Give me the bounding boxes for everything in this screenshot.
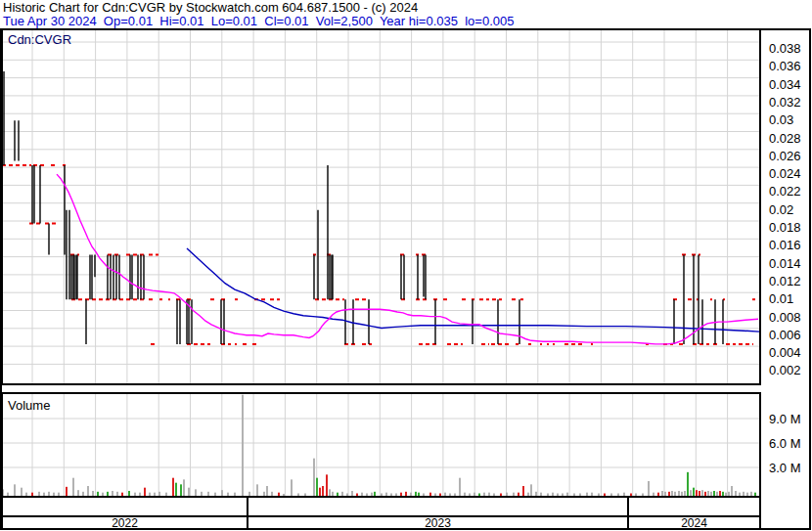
historic-price-chart: Cdn:CVGRVolume0.0380.0360.0340.0320.030.… — [0, 0, 812, 531]
volume-bar — [483, 493, 485, 496]
volume-bar — [165, 493, 167, 496]
volume-bar — [128, 491, 130, 496]
volume-bar — [449, 494, 451, 496]
volume-bar — [319, 488, 321, 496]
volume-bar — [750, 492, 752, 496]
volume-bar — [175, 483, 177, 496]
volume-bar — [566, 493, 568, 496]
chart-title: Historic Chart for Cdn:CVGR by Stockwatc… — [3, 1, 418, 15]
volume-bar — [530, 484, 532, 496]
volume-bar — [234, 493, 236, 496]
volume-bar — [390, 494, 392, 496]
volume-bar — [562, 494, 564, 496]
volume-bar — [522, 486, 524, 496]
volume-bar — [381, 494, 383, 496]
volume-bar — [291, 479, 293, 496]
price-axis-label: 0.034 — [769, 77, 801, 92]
volume-bar — [459, 478, 461, 496]
volume-bar — [731, 486, 733, 496]
price-axis-label: 0.024 — [769, 166, 801, 181]
volume-axis-label: 3.0 M — [769, 461, 801, 475]
volume-bar — [38, 492, 40, 496]
volume-bar — [598, 494, 600, 496]
volume-bar — [400, 493, 402, 496]
volume-bar — [385, 493, 387, 496]
volume-bar — [434, 494, 436, 496]
volume-bar — [221, 490, 223, 496]
price-axis-label: 0.036 — [769, 59, 801, 73]
price-axis-label: 0.002 — [769, 363, 801, 377]
volume-bar — [207, 492, 209, 496]
volume-bar — [678, 491, 680, 496]
volume-bar — [337, 493, 338, 496]
year-label: 2023 — [425, 516, 451, 530]
volume-bar — [696, 490, 698, 496]
volume-bar — [256, 484, 258, 496]
volume-bar — [746, 493, 748, 496]
volume-bar — [429, 493, 431, 496]
volume-bar — [664, 492, 666, 496]
volume-bar — [346, 494, 348, 496]
volume-bar — [617, 494, 619, 496]
volume-bar — [464, 493, 466, 496]
volume-bar — [478, 494, 480, 496]
quote-summary: Tue Apr 30 2024 Op=0.01 Hi=0.01 Lo=0.01 … — [3, 15, 514, 28]
volume-bar — [579, 494, 581, 496]
volume-bar — [687, 472, 689, 496]
volume-bar — [635, 494, 637, 496]
volume-bar — [573, 494, 575, 496]
volume-bar — [144, 488, 146, 496]
volume-bar — [322, 486, 324, 496]
volume-bar — [266, 486, 268, 496]
volume-bar — [674, 492, 676, 496]
volume-bar — [304, 494, 306, 496]
stock-chart-window: Historic Chart for Cdn:CVGR by Stockwatc… — [0, 0, 812, 531]
price-axis-label: 0.018 — [769, 220, 801, 235]
price-axis-label: 0.028 — [769, 131, 801, 146]
volume-bar — [248, 492, 250, 496]
price-axis-label: 0.016 — [769, 238, 801, 252]
volume-bar — [58, 493, 60, 496]
volume-bar — [351, 491, 353, 496]
volume-bar — [48, 492, 50, 496]
year-label: 2024 — [681, 516, 707, 530]
volume-bar — [418, 493, 420, 496]
volume-bar — [681, 492, 683, 496]
volume-bar — [242, 395, 244, 496]
volume-bar — [739, 493, 741, 496]
price-axis-label: 0.032 — [769, 95, 801, 110]
volume-bar — [25, 493, 27, 496]
volume-bar — [102, 493, 104, 496]
price-axis-label: 0.008 — [769, 310, 801, 325]
volume-axis-label: 9.0 M — [769, 412, 801, 426]
volume-bar — [371, 493, 373, 496]
volume-bar — [7, 493, 9, 496]
volume-bar — [671, 491, 673, 496]
volume-bar — [591, 493, 593, 496]
volume-bar — [183, 479, 185, 496]
volume-bar — [332, 492, 334, 496]
volume-bar — [728, 492, 730, 496]
volume-bar — [423, 494, 425, 496]
volume-bar — [92, 491, 94, 496]
volume-bar — [653, 493, 654, 496]
volume-bar — [690, 490, 692, 496]
year-label: 2022 — [112, 516, 138, 530]
volume-bar — [271, 492, 273, 496]
volume-bar — [201, 492, 203, 496]
volume-bar — [493, 494, 495, 496]
volume-bar — [474, 493, 475, 496]
volume-bar — [14, 484, 16, 496]
volume-bar — [107, 492, 109, 496]
volume-bar — [648, 481, 650, 496]
volume-bar — [500, 494, 502, 496]
volume-bar — [610, 494, 612, 496]
volume-bar — [43, 493, 45, 496]
volume-bar — [395, 494, 397, 496]
volume-bar — [72, 478, 74, 496]
volume-bar — [710, 492, 712, 496]
volume-bar — [31, 493, 33, 496]
volume-bar — [341, 492, 343, 496]
volume-bar — [684, 491, 686, 496]
volume-bar — [195, 489, 197, 496]
